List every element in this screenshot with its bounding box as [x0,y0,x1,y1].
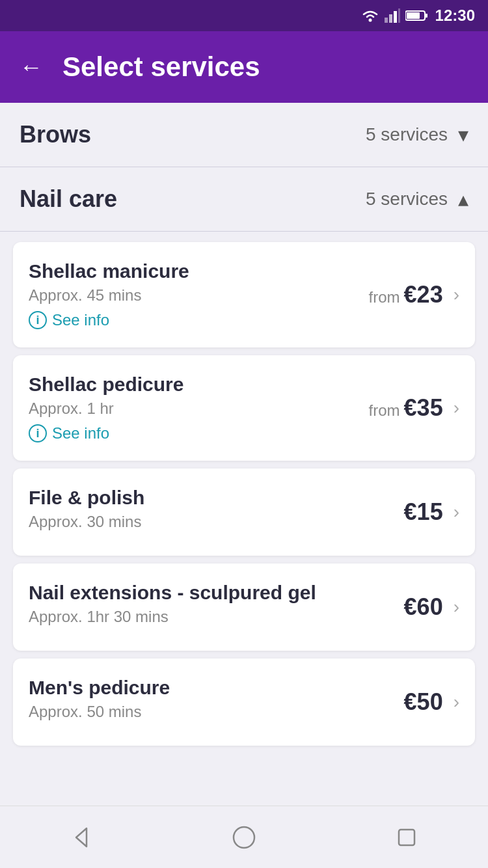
back-nav-icon [68,824,94,850]
bottom-nav [0,806,488,868]
category-count-nail-care: 5 services [366,189,448,210]
service-card-shellac-pedicure[interactable]: Shellac pedicureApprox. 1 hriSee infofro… [13,355,475,461]
recent-nav-icon [394,824,420,850]
service-card-mens-pedicure[interactable]: Men's pedicureApprox. 50 mins€50› [13,658,475,746]
price-from-shellac-pedicure: from [369,401,400,420]
info-icon-shellac-pedicure: i [29,424,47,442]
price-amount-file-polish: €15 [404,498,443,526]
price-block-nail-extensions: €60 [404,593,443,621]
price-amount-shellac-manicure: €23 [404,281,443,308]
svg-marker-8 [76,828,87,847]
price-block-mens-pedicure: €50 [404,688,443,716]
service-card-shellac-manicure[interactable]: Shellac manicureApprox. 45 minsiSee info… [13,242,475,347]
service-chevron-nail-extensions: › [454,597,459,617]
price-from-shellac-manicure: from [369,288,400,306]
svg-point-9 [234,827,254,848]
category-chevron-nail-care: ▴ [458,187,468,211]
service-chevron-shellac-manicure: › [454,284,459,305]
battery-icon [405,9,429,22]
service-duration-file-polish: Approx. 30 mins [29,513,404,531]
svg-rect-2 [389,14,392,23]
price-block-shellac-pedicure: from€35 [369,394,443,422]
service-chevron-mens-pedicure: › [454,692,459,712]
category-chevron-brows: ▾ [458,122,468,147]
category-header-brows[interactable]: Brows5 services▾ [0,103,488,167]
svg-point-0 [368,19,372,22]
price-block-shellac-manicure: from€23 [369,281,443,308]
service-card-right-nail-extensions: €60› [404,593,459,621]
service-name-shellac-pedicure: Shellac pedicure [29,373,369,396]
service-card-right-file-polish: €15› [404,498,459,526]
category-section-nail-care: Nail care5 services▴Shellac manicureAppr… [0,167,488,756]
category-count-brows: 5 services [366,124,448,145]
service-card-right-shellac-manicure: from€23› [369,281,459,308]
price-amount-shellac-pedicure: €35 [404,394,443,422]
category-name-nail-care: Nail care [20,185,117,213]
see-info-label-shellac-pedicure: See info [52,424,109,442]
service-card-right-shellac-pedicure: from€35› [369,394,459,422]
svg-rect-3 [394,11,397,23]
category-name-brows: Brows [20,121,91,148]
see-info-shellac-pedicure[interactable]: iSee info [29,424,369,442]
page-title: Select services [62,51,260,83]
service-card-file-polish[interactable]: File & polishApprox. 30 mins€15› [13,468,475,556]
price-block-file-polish: €15 [404,498,443,526]
see-info-shellac-manicure[interactable]: iSee info [29,311,369,329]
service-chevron-shellac-pedicure: › [454,398,459,418]
service-duration-mens-pedicure: Approx. 50 mins [29,703,404,721]
svg-rect-4 [398,8,400,23]
home-nav-icon [231,824,257,850]
signal-icon [385,8,400,23]
service-card-left-mens-pedicure: Men's pedicureApprox. 50 mins [29,677,404,727]
category-section-brows: Brows5 services▾ [0,103,488,167]
back-nav-button[interactable] [55,818,107,857]
service-name-nail-extensions: Nail extensions - sculpured gel [29,582,404,604]
service-name-shellac-manicure: Shellac manicure [29,260,369,282]
service-duration-shellac-manicure: Approx. 45 mins [29,286,369,305]
service-card-nail-extensions[interactable]: Nail extensions - sculpured gelApprox. 1… [13,563,475,651]
service-name-mens-pedicure: Men's pedicure [29,677,404,699]
service-card-left-shellac-pedicure: Shellac pedicureApprox. 1 hriSee info [29,373,369,442]
back-button[interactable]: ← [20,55,43,79]
category-header-nail-care[interactable]: Nail care5 services▴ [0,167,488,231]
service-duration-nail-extensions: Approx. 1hr 30 mins [29,608,404,626]
category-right-brows: 5 services▾ [366,122,468,147]
service-card-left-file-polish: File & polishApprox. 30 mins [29,487,404,537]
info-icon-shellac-manicure: i [29,311,47,329]
categories-container: Brows5 services▾Nail care5 services▴Shel… [0,103,488,756]
see-info-label-shellac-manicure: See info [52,311,109,329]
status-icons [361,8,429,23]
service-name-file-polish: File & polish [29,487,404,509]
svg-rect-7 [407,12,420,19]
svg-rect-10 [399,830,414,845]
wifi-icon [361,8,379,23]
app-header: ← Select services [0,31,488,103]
service-card-right-mens-pedicure: €50› [404,688,459,716]
category-right-nail-care: 5 services▴ [366,187,468,211]
service-card-left-shellac-manicure: Shellac manicureApprox. 45 minsiSee info [29,260,369,329]
recent-nav-button[interactable] [381,818,433,857]
status-bar: 12:30 [0,0,488,31]
price-amount-nail-extensions: €60 [404,593,443,621]
home-nav-button[interactable] [218,818,270,857]
svg-rect-6 [425,14,427,18]
status-time: 12:30 [435,7,475,25]
service-chevron-file-polish: › [454,502,459,522]
service-duration-shellac-pedicure: Approx. 1 hr [29,400,369,418]
price-amount-mens-pedicure: €50 [404,688,443,716]
svg-rect-1 [385,18,388,23]
services-list-nail-care: Shellac manicureApprox. 45 minsiSee info… [0,232,488,756]
service-card-left-nail-extensions: Nail extensions - sculpured gelApprox. 1… [29,582,404,632]
